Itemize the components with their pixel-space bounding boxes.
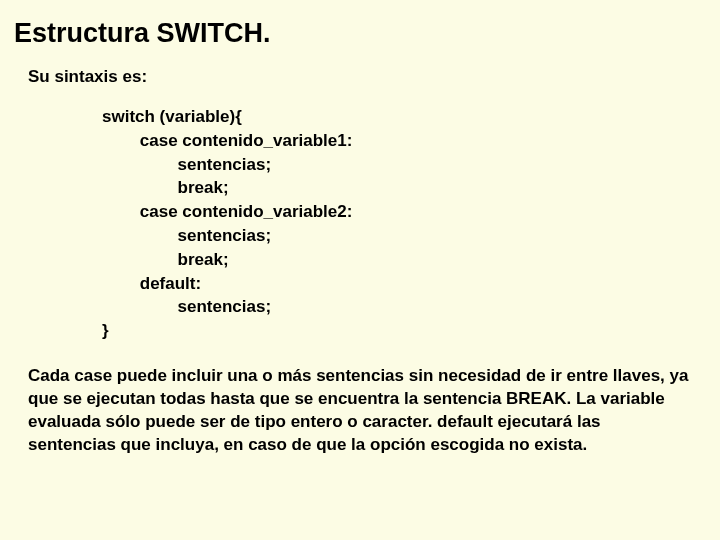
explanation-paragraph: Cada case puede incluir una o más senten… [28, 365, 692, 457]
code-example: switch (variable){ case contenido_variab… [102, 105, 706, 343]
slide-title: Estructura SWITCH. [14, 18, 706, 49]
intro-text: Su sintaxis es: [28, 67, 706, 87]
